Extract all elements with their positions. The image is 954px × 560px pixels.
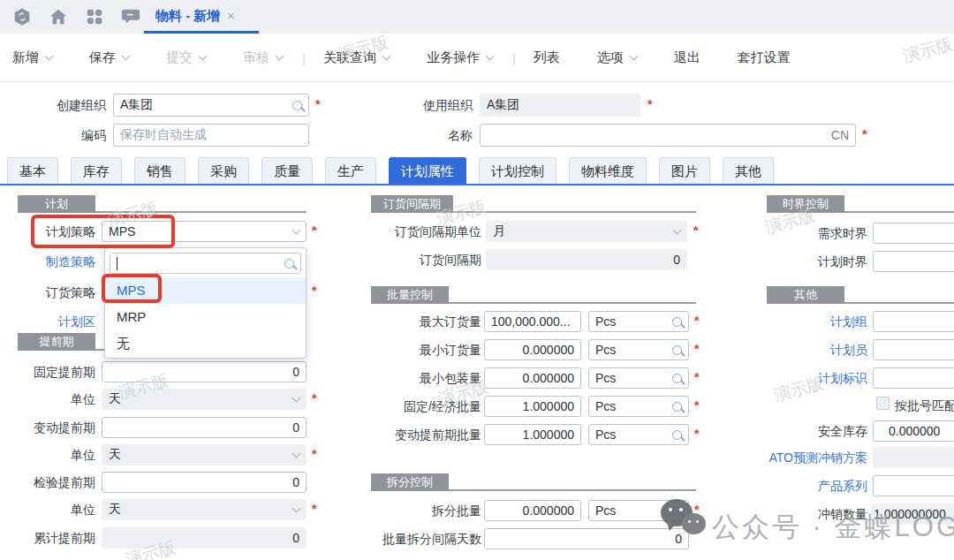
product-series-input[interactable] (873, 475, 954, 496)
tab-basic[interactable]: 基本 (7, 157, 58, 184)
dropdown-search-input[interactable] (110, 253, 301, 274)
dropdown-option-none[interactable]: 无 (106, 330, 306, 357)
max-order-qty-unit-combo[interactable]: Pcs (588, 311, 689, 332)
split-batch-label: 拆分批量 (358, 499, 481, 522)
chevron-down-icon (629, 51, 638, 60)
close-tab-icon[interactable]: × (227, 9, 234, 23)
required-asterisk: * (862, 127, 867, 141)
split-interval-days-input[interactable]: 0 (484, 528, 689, 549)
mfg-strategy-dropdown: MPS MRP 无 (104, 247, 307, 359)
dropdown-option-mps[interactable]: MPS (106, 277, 306, 304)
use-org-input: A集团 (480, 94, 640, 117)
planner-label[interactable]: 计划员 (742, 338, 867, 361)
search-icon[interactable] (672, 345, 682, 355)
options-button[interactable]: 选项 (597, 49, 637, 66)
split-batch-input[interactable]: 0.000000 (484, 500, 581, 521)
fixed-leadtime-input[interactable]: 0 (102, 361, 307, 382)
business-ops-button[interactable]: 业务操作 (427, 49, 493, 66)
chevron-down-icon (292, 394, 301, 403)
dropdown-option-mrp[interactable]: MRP (106, 304, 306, 330)
plan-group-input[interactable] (873, 311, 954, 332)
plan-mark-input[interactable] (873, 367, 954, 389)
min-order-qty-label: 最小订货量 (358, 338, 481, 361)
max-order-qty-label: 最大订货量 (358, 310, 481, 333)
tab-sales[interactable]: 销售 (134, 157, 186, 184)
search-icon[interactable] (672, 430, 682, 440)
var-leadtime-batch-input[interactable]: 1.000000 (484, 424, 581, 445)
search-icon[interactable] (672, 402, 682, 412)
split-interval-days-label: 批量拆分间隔天数 (358, 527, 481, 550)
ato-offset-plan-input (873, 447, 954, 468)
required-asterisk: * (312, 284, 316, 298)
tab-plan-attributes[interactable]: 计划属性 (389, 157, 466, 184)
app-logo-icon[interactable] (12, 7, 32, 26)
tab-other[interactable]: 其他 (723, 157, 774, 184)
fixed-economic-batch-unit-combo[interactable]: Pcs (588, 396, 689, 417)
plan-strategy-combo[interactable]: MPS (102, 221, 307, 242)
search-icon[interactable] (672, 317, 682, 327)
name-input[interactable]: CN (480, 124, 856, 147)
home-icon[interactable] (49, 7, 68, 26)
print-setting-button[interactable]: 套打设置 (738, 49, 791, 66)
create-org-input[interactable]: A集团 (113, 94, 309, 117)
min-order-qty-input[interactable]: 0.000000 (484, 339, 581, 360)
demand-fence-input[interactable] (873, 223, 954, 244)
inspect-leadtime-unit-combo: 天 (102, 499, 307, 520)
related-query-button[interactable]: 关联查询 (323, 49, 390, 66)
search-icon[interactable] (292, 101, 302, 110)
tab-plan-control[interactable]: 计划控制 (479, 157, 556, 184)
min-pack-qty-unit-combo[interactable]: Pcs (588, 367, 689, 389)
mfg-strategy-label[interactable]: 制造策略 (12, 250, 95, 273)
required-asterisk: * (315, 97, 320, 111)
new-button[interactable]: 新增 (12, 49, 52, 66)
interval-period-label: 订货间隔期 (358, 248, 481, 271)
fixed-economic-batch-label: 固定/经济批量 (358, 395, 481, 418)
code-input[interactable]: 保存时自动生成 (113, 124, 309, 147)
inspect-leadtime-input[interactable]: 0 (102, 472, 307, 493)
required-asterisk: * (694, 398, 699, 412)
max-order-qty-input[interactable]: 100,000.000... (484, 311, 581, 332)
var-leadtime-batch-unit-combo[interactable]: Pcs (588, 424, 689, 445)
batch-match-label: 按批号匹配 (895, 394, 954, 417)
document-tab[interactable]: 物料 - 新增× (155, 8, 235, 25)
min-order-qty-unit-combo[interactable]: Pcs (588, 339, 689, 360)
submit-button[interactable]: 提交 (166, 49, 206, 66)
exit-button[interactable]: 退出 (674, 49, 700, 66)
plan-area-label[interactable]: 计划区 (12, 310, 95, 333)
safety-stock-input[interactable]: 0.000000 (873, 420, 954, 442)
chevron-down-icon (485, 51, 494, 60)
tab-picture[interactable]: 图片 (659, 157, 710, 184)
search-icon[interactable] (672, 374, 682, 383)
tab-production[interactable]: 生产 (325, 157, 376, 184)
apps-grid-icon[interactable] (85, 7, 104, 26)
batch-match-checkbox[interactable] (876, 397, 890, 410)
ato-offset-plan-label[interactable]: ATO预测冲销方案 (742, 446, 867, 469)
plan-group-label[interactable]: 计划组 (742, 310, 867, 333)
tab-purchase[interactable]: 采购 (198, 157, 249, 184)
tab-quality[interactable]: 质量 (261, 157, 313, 184)
message-icon[interactable] (121, 7, 140, 26)
unit-label: 单位 (12, 443, 95, 466)
save-button[interactable]: 保存 (89, 49, 129, 66)
min-pack-qty-input[interactable]: 0.000000 (484, 367, 581, 389)
demand-fence-label: 需求时界 (742, 222, 867, 245)
tab-material-dimension[interactable]: 物料维度 (569, 157, 647, 184)
top-bar: 物料 - 新增× (0, 0, 954, 34)
section-plan: 计划 (18, 195, 307, 213)
audit-button[interactable]: 审核 (243, 49, 283, 66)
var-leadtime-input[interactable]: 0 (102, 417, 307, 438)
safety-stock-label: 安全库存 (742, 420, 867, 443)
required-asterisk: * (694, 370, 699, 384)
fixed-economic-batch-input[interactable]: 1.000000 (484, 396, 581, 417)
tab-inventory[interactable]: 库存 (71, 157, 122, 184)
locale-suffix: CN (831, 128, 849, 142)
plan-fence-input[interactable] (873, 251, 954, 272)
inspect-leadtime-label: 检验提前期 (12, 471, 95, 494)
create-org-label: 创建组织 (26, 94, 106, 117)
product-series-label[interactable]: 产品系列 (742, 474, 867, 497)
planner-input[interactable] (873, 339, 954, 360)
plan-mark-label[interactable]: 计划标识 (742, 367, 867, 390)
list-button[interactable]: 列表 (534, 49, 560, 66)
cum-leadtime-label: 累计提前期 (12, 526, 95, 549)
toolbar: 新增 保存 提交 审核 | 关联查询 业务操作 | 列表 选项 退出 套打设置 (0, 34, 954, 81)
